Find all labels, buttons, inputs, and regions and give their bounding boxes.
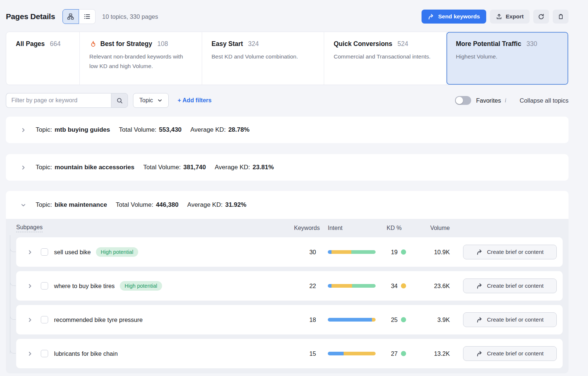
- subpage-name: recommended bike tyre pressure: [54, 316, 143, 323]
- send-arrow-icon: [428, 13, 435, 20]
- tab-label: All Pages: [16, 40, 45, 48]
- tab-all-pages[interactable]: All Pages664: [6, 32, 80, 85]
- table-row: sell used bike High potential 30 19 10.9…: [16, 237, 563, 267]
- create-brief-button[interactable]: Create brief or content: [463, 279, 557, 293]
- tab-description: Highest Volume.: [456, 52, 559, 61]
- create-brief-button[interactable]: Create brief or content: [463, 346, 557, 361]
- subpages-panel: Subpages Keywords Intent KD % Volume sel…: [6, 219, 569, 373]
- create-brief-button[interactable]: Create brief or content: [463, 312, 557, 327]
- volume-value: 13.2K: [416, 350, 450, 357]
- tab-count: 524: [398, 40, 408, 48]
- filter-bar: Topic + Add filters Favorites i Collapse…: [6, 93, 569, 108]
- send-arrow-icon: [476, 249, 483, 256]
- intent-bar: [328, 352, 376, 355]
- subpage-name: lubricants for bike chain: [54, 350, 118, 357]
- topic-row-mountain-bike-accessories[interactable]: Topic: mountain bike accessories Total V…: [6, 154, 569, 181]
- list-view-button[interactable]: [79, 9, 96, 24]
- delete-button[interactable]: [553, 10, 569, 24]
- row-checkbox[interactable]: [41, 350, 48, 357]
- keywords-count: 15: [294, 350, 316, 357]
- toggle-knob: [456, 97, 463, 104]
- tree-line: [10, 235, 10, 354]
- topic-prefix: Topic:: [36, 164, 52, 171]
- intent-segment-yellow: [331, 250, 351, 254]
- topic-name: bike maintenance: [54, 201, 107, 209]
- favorites-label: Favorites: [476, 97, 501, 104]
- topic-header[interactable]: Topic: bike maintenance Total Volume: 44…: [6, 191, 569, 219]
- row-checkbox[interactable]: [41, 248, 48, 256]
- create-brief-button[interactable]: Create brief or content: [463, 245, 557, 259]
- create-brief-label: Create brief or content: [487, 283, 544, 289]
- volume-value: 10.9K: [416, 249, 450, 256]
- kd-dot: [401, 283, 406, 288]
- tab-description: Relevant non-branded keywords with low K…: [89, 52, 192, 71]
- chevron-right-icon[interactable]: [27, 351, 33, 357]
- collapse-all-topics-link[interactable]: Collapse all topics: [520, 97, 569, 104]
- intent-segment-green: [351, 250, 376, 254]
- tab-description: Commercial and Transactional intents.: [334, 52, 437, 61]
- topic-filter-dropdown[interactable]: Topic: [133, 93, 169, 108]
- chevron-down-icon: [157, 98, 162, 103]
- view-toggle: [62, 9, 96, 24]
- intent-segment-blue: [328, 250, 331, 254]
- tab-count: 664: [50, 40, 61, 48]
- intent-segment-yellow: [372, 318, 376, 322]
- keywords-count: 30: [294, 249, 316, 256]
- chevron-right-icon[interactable]: [27, 283, 33, 289]
- keywords-count: 22: [294, 283, 316, 290]
- topic-name: mountain bike accessories: [54, 164, 134, 171]
- total-volume-value: 381,740: [183, 164, 206, 171]
- add-filters-link[interactable]: + Add filters: [178, 97, 211, 104]
- column-header-subpages[interactable]: Subpages: [16, 224, 43, 232]
- total-volume-value: 446,380: [156, 201, 178, 209]
- tab-best-for-strategy[interactable]: Best for Strategy108 Relevant non-brande…: [80, 32, 202, 85]
- send-keywords-button[interactable]: Send keywords: [422, 10, 486, 24]
- refresh-button[interactable]: [533, 10, 549, 24]
- info-icon[interactable]: i: [505, 97, 506, 104]
- chevron-right-icon[interactable]: [27, 249, 33, 255]
- kd-dot: [401, 317, 406, 322]
- row-checkbox[interactable]: [41, 282, 48, 290]
- row-checkbox[interactable]: [41, 316, 48, 323]
- tab-label: Easy Start: [212, 40, 243, 48]
- high-potential-badge: High potential: [96, 247, 138, 257]
- create-brief-label: Create brief or content: [487, 350, 544, 357]
- export-icon: [496, 13, 502, 20]
- send-keywords-label: Send keywords: [438, 13, 480, 20]
- kd-value: 19: [387, 249, 398, 256]
- intent-bar: [328, 284, 376, 288]
- average-kd-value: 31.92%: [225, 201, 247, 209]
- favorites-toggle[interactable]: [455, 96, 471, 105]
- topic-name: mtb buying guides: [54, 126, 110, 134]
- chevron-right-icon[interactable]: [21, 165, 26, 170]
- search-button[interactable]: [111, 93, 128, 108]
- total-volume-value: 553,430: [159, 126, 182, 134]
- tab-more-potential-traffic[interactable]: More Potential Traffic330 Highest Volume…: [447, 32, 569, 85]
- average-kd-label: Average KD:: [215, 164, 250, 171]
- table-row: recommended bike tyre pressure 18 25 3.9…: [16, 305, 563, 334]
- chevron-right-icon[interactable]: [27, 317, 33, 323]
- tab-easy-start[interactable]: Easy Start324 Best KD and Volume combina…: [202, 32, 325, 85]
- search-input[interactable]: [6, 93, 111, 108]
- page-title: Pages Details: [6, 12, 55, 21]
- create-brief-label: Create brief or content: [487, 249, 544, 255]
- average-kd-label: Average KD:: [190, 126, 226, 134]
- intent-segment-yellow: [331, 284, 352, 288]
- chevron-down-icon[interactable]: [21, 202, 26, 208]
- subpage-name: where to buy bike tires: [54, 283, 115, 290]
- tree-connector: [10, 312, 16, 320]
- chevron-right-icon[interactable]: [21, 127, 26, 133]
- table-header: Subpages Keywords Intent KD % Volume: [16, 219, 563, 237]
- tab-label: Best for Strategy: [100, 40, 152, 48]
- total-volume-label: Total Volume:: [119, 126, 157, 134]
- tree-view-button[interactable]: [62, 9, 79, 24]
- total-volume-label: Total Volume:: [143, 164, 181, 171]
- kd-dot: [401, 249, 406, 255]
- export-button[interactable]: Export: [490, 10, 530, 24]
- tab-label: Quick Conversions: [334, 40, 392, 48]
- topic-row-mtb-buying-guides[interactable]: Topic: mtb buying guides Total Volume: 5…: [6, 117, 569, 143]
- keywords-count: 18: [294, 316, 316, 323]
- kd-value: 34: [387, 283, 398, 290]
- send-arrow-icon: [476, 283, 483, 290]
- tab-quick-conversions[interactable]: Quick Conversions524 Commercial and Tran…: [324, 32, 447, 85]
